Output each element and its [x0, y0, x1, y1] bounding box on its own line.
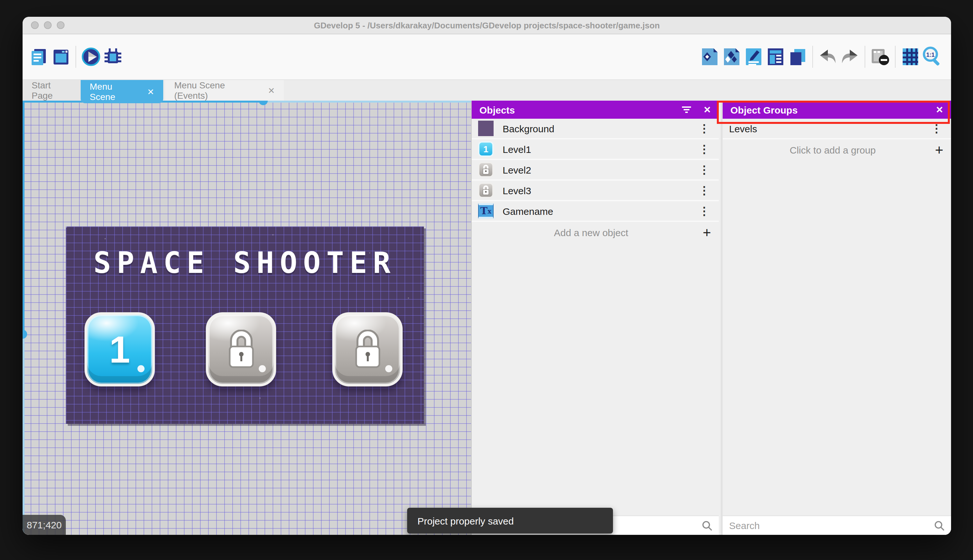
object-menu-icon[interactable]: ⋮	[696, 185, 712, 196]
vertical-scrollbar-thumb[interactable]	[23, 330, 27, 339]
horizontal-scrollbar-track[interactable]	[263, 101, 471, 103]
object-row-gamename[interactable]: Tx Gamename ⋮	[472, 201, 719, 222]
close-tab-icon[interactable]: ✕	[147, 87, 154, 97]
object-row-level1[interactable]: 1 Level1 ⋮	[472, 139, 719, 160]
cursor-coordinates-badge: 871;420	[23, 515, 66, 535]
close-tab-icon[interactable]: ✕	[268, 85, 275, 95]
objects-panel: Objects ✕ Background ⋮ 1 Level1	[471, 101, 719, 535]
level1-button-thumbnail: 1	[478, 141, 493, 157]
scene-editor-canvas[interactable]: SPACE SHOOTER 1	[23, 101, 471, 535]
debug-icon[interactable]	[102, 46, 124, 68]
lock-icon	[224, 329, 258, 369]
instances-list-panel-icon[interactable]	[765, 46, 786, 68]
close-panel-icon[interactable]: ✕	[936, 105, 943, 115]
text-object-thumbnail: Tx	[478, 203, 493, 219]
toolbar-divider	[865, 46, 865, 68]
redo-icon[interactable]	[839, 46, 861, 68]
group-menu-icon[interactable]: ⋮	[928, 123, 945, 134]
vertical-scrollbar[interactable]	[23, 101, 25, 334]
game-title-text: SPACE SHOOTER	[66, 246, 424, 280]
object-menu-icon[interactable]: ⋮	[696, 205, 712, 217]
zoom-label: 1:1	[926, 52, 935, 58]
game-scene-background[interactable]: SPACE SHOOTER 1	[66, 227, 424, 424]
properties-panel-icon[interactable]	[743, 46, 765, 68]
close-panel-icon[interactable]: ✕	[704, 105, 711, 115]
tab-bar: Start Page Menu Scene ✕ Menu Scene (Even…	[23, 80, 951, 101]
object-menu-icon[interactable]: ⋮	[696, 143, 712, 155]
tab-label: Menu Scene	[90, 81, 138, 102]
object-row-background[interactable]: Background ⋮	[472, 119, 719, 139]
group-name: Levels	[729, 123, 928, 134]
objects-panel-header: Objects ✕	[472, 101, 719, 119]
objects-panel-icon[interactable]	[699, 46, 721, 68]
groups-search-input[interactable]	[729, 520, 934, 531]
tab-menu-scene-events[interactable]: Menu Scene (Events) ✕	[165, 80, 284, 101]
filter-icon[interactable]	[682, 106, 692, 113]
add-group-row[interactable]: Click to add a group +	[723, 139, 951, 161]
object-menu-icon[interactable]: ⋮	[696, 123, 712, 134]
add-group-label: Click to add a group	[730, 145, 935, 155]
main-toolbar: 1:1	[23, 35, 951, 80]
object-groups-panel-title: Object Groups	[730, 104, 798, 115]
vertical-scrollbar-track[interactable]	[23, 334, 25, 535]
toolbar-divider	[812, 46, 813, 68]
tab-label: Menu Scene (Events)	[174, 80, 259, 101]
group-row-levels[interactable]: Levels ⋮	[723, 119, 951, 139]
horizontal-scrollbar-thumb[interactable]	[259, 101, 268, 105]
object-groups-panel: Object Groups ✕ Levels ⋮ Click to add a …	[721, 101, 951, 535]
undo-icon[interactable]	[817, 46, 839, 68]
tab-label: Start Page	[32, 80, 72, 101]
lock-button-thumbnail	[478, 162, 493, 177]
object-name: Gamename	[503, 205, 696, 217]
tab-start-page[interactable]: Start Page	[23, 80, 81, 101]
window-title: GDevelop 5 - /Users/dkarakay/Documents/G…	[23, 21, 951, 30]
tab-menu-scene[interactable]: Menu Scene ✕	[81, 80, 163, 103]
level-number: 1	[109, 328, 130, 371]
object-row-level3[interactable]: Level3 ⋮	[472, 181, 719, 201]
project-manager-icon[interactable]	[28, 46, 50, 68]
object-groups-panel-icon[interactable]	[721, 46, 743, 68]
lock-button-thumbnail	[478, 183, 493, 198]
level2-locked-button-object[interactable]	[206, 312, 276, 387]
objects-panel-title: Objects	[480, 104, 515, 115]
object-name: Level2	[503, 164, 696, 175]
add-icon[interactable]: +	[703, 225, 711, 240]
level1-button-object[interactable]: 1	[85, 312, 155, 387]
toolbar-divider	[895, 46, 896, 68]
object-name: Level1	[503, 143, 696, 155]
mask-toggle-icon[interactable]	[869, 46, 891, 68]
gdevelop-window: GDevelop 5 - /Users/dkarakay/Documents/G…	[23, 17, 951, 535]
add-icon[interactable]: +	[935, 143, 943, 157]
zoom-1-1-icon[interactable]: 1:1	[921, 46, 943, 68]
grid-icon[interactable]	[900, 46, 921, 68]
object-name: Background	[503, 123, 696, 134]
play-preview-icon[interactable]	[80, 46, 102, 68]
add-object-row[interactable]: Add a new object +	[472, 222, 719, 243]
object-name: Level3	[503, 185, 696, 196]
desktop-background: GDevelop 5 - /Users/dkarakay/Documents/G…	[0, 0, 973, 560]
layers-panel-icon[interactable]	[786, 46, 808, 68]
scene-window-icon[interactable]	[50, 46, 72, 68]
toolbar-divider	[75, 46, 76, 68]
lock-icon	[351, 329, 384, 369]
background-thumbnail	[478, 121, 493, 136]
object-groups-panel-header: Object Groups ✕	[723, 101, 951, 119]
level3-locked-button-object[interactable]	[332, 312, 403, 387]
title-bar: GDevelop 5 - /Users/dkarakay/Documents/G…	[23, 17, 951, 34]
groups-search-bar	[723, 515, 951, 535]
search-icon	[934, 520, 945, 531]
search-icon	[702, 520, 712, 531]
add-object-label: Add a new object	[480, 227, 703, 238]
save-toast: Project properly saved	[407, 508, 613, 533]
object-menu-icon[interactable]: ⋮	[696, 164, 712, 175]
object-row-level2[interactable]: Level2 ⋮	[472, 160, 719, 181]
stars-decoration	[66, 227, 67, 228]
